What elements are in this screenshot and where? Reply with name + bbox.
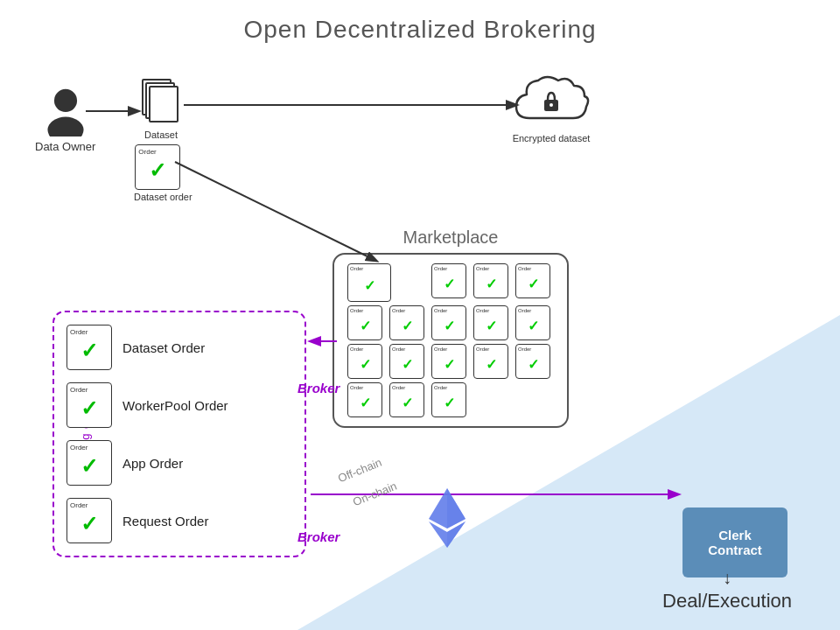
deal-execution-text: Deal/Execution — [662, 590, 792, 612]
dataset-order-section: Order ✓ Dataset order — [134, 144, 192, 202]
person-icon — [41, 88, 90, 136]
mkt-card: Order ✓ — [389, 344, 424, 379]
svg-marker-11 — [447, 488, 466, 528]
marketplace-box: Order ✓ Order ✓ Order ✓ Order ✓ Order ✓ … — [332, 253, 569, 428]
broker-label-1: Broker — [298, 381, 340, 396]
check-icon: ✓ — [80, 454, 98, 479]
dataset-order-tiny-label: Order — [138, 148, 156, 156]
matching-offchain-box: Matching offchain Order ✓ Dataset Order … — [52, 311, 306, 557]
dataset-section: Dataset — [140, 79, 182, 140]
mkt-card: Order ✓ — [389, 305, 424, 340]
mkt-card: Order ✓ — [389, 382, 424, 417]
down-arrow-icon: ↓ — [662, 568, 792, 588]
dataset-order-label: Dataset order — [134, 192, 192, 202]
cloud-icon — [508, 70, 595, 131]
data-owner-section: Data Owner — [35, 88, 95, 153]
dataset-label: Dataset — [144, 130, 178, 140]
encrypted-dataset-section: Encrypted dataset — [508, 70, 595, 144]
mkt-card: Order ✓ — [473, 305, 508, 340]
clerk-contract-text: Clerk Contract — [708, 528, 762, 557]
clerk-contract-box: Clerk Contract — [682, 508, 788, 578]
mkt-card: Order ✓ — [431, 305, 466, 340]
mkt-card: Order ✓ — [347, 263, 391, 302]
mkt-card: Order ✓ — [347, 344, 382, 379]
mkt-card: Order ✓ — [347, 305, 382, 340]
encrypted-dataset-label: Encrypted dataset — [513, 133, 591, 144]
mkt-card: Order ✓ — [431, 263, 466, 298]
order-row-request: Order ✓ Request Order — [66, 498, 292, 543]
mkt-card: Order ✓ — [515, 263, 550, 298]
order-tiny-label: Order — [70, 328, 88, 336]
request-order-name: Request Order — [122, 514, 208, 528]
check-icon: ✓ — [80, 396, 98, 421]
order-tiny-label: Order — [70, 501, 88, 509]
broker-label-2: Broker — [298, 529, 340, 544]
order-row-workerpool: Order ✓ WorkerPool Order — [66, 382, 292, 428]
order-tiny-label: Order — [70, 386, 88, 394]
workerpool-order-name: WorkerPool Order — [122, 398, 228, 413]
mkt-card: Order ✓ — [515, 305, 550, 340]
app-order-card: Order ✓ — [66, 440, 112, 486]
offchain-label: Off-chain — [336, 456, 383, 486]
cloud-wrap: Encrypted dataset — [508, 70, 595, 144]
data-owner-label: Data Owner — [35, 140, 95, 153]
check-icon: ✓ — [80, 339, 98, 363]
dataset-order-card: Order ✓ — [135, 144, 180, 190]
svg-point-7 — [47, 117, 83, 136]
order-tiny-label: Order — [70, 444, 88, 452]
deal-execution-label: ↓ Deal/Execution — [662, 568, 792, 612]
mkt-card: Order ✓ — [431, 382, 466, 417]
mkt-card: Order ✓ — [515, 344, 550, 379]
dataset-order-check: ✓ — [149, 158, 166, 183]
svg-point-9 — [550, 103, 553, 107]
dataset-order-name: Dataset Order — [122, 340, 205, 355]
mkt-card: Order ✓ — [347, 382, 382, 417]
marketplace-section: Marketplace Order ✓ Order ✓ Order ✓ Orde… — [332, 228, 569, 428]
workerpool-order-card: Order ✓ — [66, 382, 112, 428]
dataset-icon — [140, 79, 182, 128]
mkt-card: Order ✓ — [473, 344, 508, 379]
svg-point-6 — [54, 89, 77, 112]
mkt-card: Order ✓ — [473, 263, 508, 298]
app-order-name: App Order — [122, 456, 183, 471]
marketplace-label: Marketplace — [332, 228, 569, 248]
diagram-area: Data Owner Dataset Order ✓ Dataset order — [0, 52, 840, 630]
request-order-card: Order ✓ — [66, 498, 112, 543]
onchain-label: On-chain — [351, 480, 399, 509]
order-row-app: Order ✓ App Order — [66, 440, 292, 486]
mkt-card: Order ✓ — [431, 344, 466, 379]
check-icon: ✓ — [80, 512, 98, 536]
ethereum-icon — [429, 488, 466, 551]
order-row-dataset: Order ✓ Dataset Order — [66, 325, 292, 370]
dataset-order-card-match: Order ✓ — [66, 325, 112, 370]
page-title: Open Decentralized Brokering — [0, 0, 840, 44]
